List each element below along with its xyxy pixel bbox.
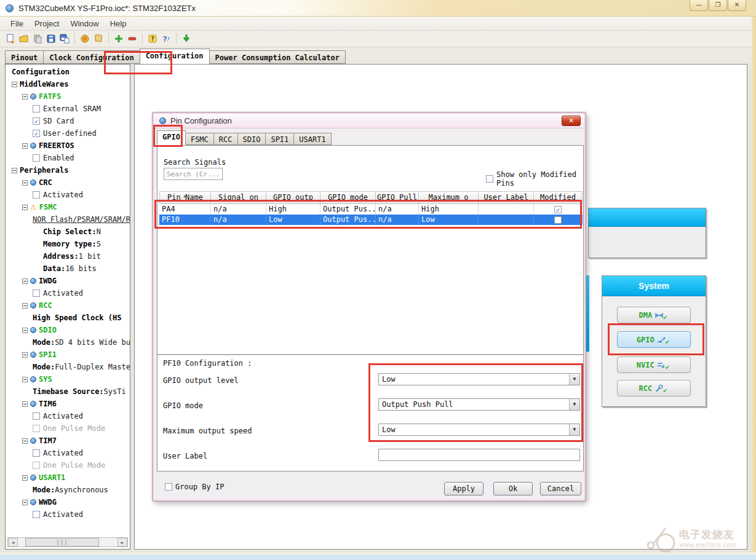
tree-item-user-defined[interactable]: ✓User-defined [6, 127, 130, 140]
expander-icon[interactable] [12, 168, 17, 173]
new-file-icon[interactable]: ✱ [4, 33, 17, 45]
column-header-modified[interactable]: Modified [534, 191, 583, 204]
expander-icon[interactable] [22, 401, 28, 407]
chevron-down-icon[interactable]: ▼ [569, 424, 579, 435]
tree-horizontal-scrollbar[interactable]: ◄ ||| ► [7, 537, 128, 547]
tree-item-tim6[interactable]: TIM6 [6, 398, 130, 410]
tree-item-memory-type[interactable]: Memory type:S [6, 238, 130, 250]
checkbox-icon[interactable] [33, 191, 40, 199]
context-help-icon[interactable]: ? [159, 33, 173, 45]
chip-icon[interactable] [78, 33, 92, 45]
menu-window[interactable]: Window [65, 18, 104, 30]
modified-checkbox[interactable] [554, 216, 562, 224]
tree-item-mode[interactable]: Mode:SD 4 bits Wide bu [6, 336, 130, 349]
chevron-down-icon[interactable]: ▼ [569, 399, 579, 410]
dialog-tab-spi1[interactable]: SPI1 [265, 133, 294, 145]
column-header-gpio-outp[interactable]: GPIO outp [266, 191, 320, 204]
dma-button[interactable]: DMA ✔ [617, 307, 691, 323]
tree-item-external-sram[interactable]: External SRAM [6, 103, 130, 115]
tree-item-one-pulse-mode[interactable]: One Pulse Mode [6, 422, 130, 435]
splitter[interactable] [157, 354, 583, 355]
maximum-output-speed-select[interactable]: Low ▼ [378, 424, 580, 436]
column-header-signal-on[interactable]: Signal on [211, 191, 266, 204]
expander-icon[interactable] [22, 438, 28, 444]
checkbox-icon[interactable] [33, 412, 40, 420]
menu-project[interactable]: Project [29, 18, 65, 30]
tree-item-wwdg[interactable]: WWDG [6, 496, 130, 508]
download-icon[interactable] [180, 33, 193, 45]
report-icon[interactable] [92, 33, 105, 45]
expander-icon[interactable] [22, 205, 28, 210]
expander-icon[interactable] [22, 143, 28, 149]
save-all-icon[interactable] [58, 33, 71, 45]
menu-file[interactable]: File [5, 18, 29, 30]
maximize-button[interactable]: ❐ [709, 0, 727, 11]
tree-item-crc[interactable]: CRC [6, 176, 130, 189]
expander-icon[interactable] [22, 180, 28, 186]
expander-icon[interactable] [22, 352, 28, 358]
expander-icon[interactable] [22, 328, 28, 333]
tree-item-activated[interactable]: Activated [6, 508, 130, 521]
tree-item-peripherals[interactable]: Peripherals [6, 164, 130, 176]
table-row-pf10[interactable]: PF10n/aLowOutput Pus...n/aLow [159, 215, 583, 225]
minimize-button[interactable]: — [690, 0, 708, 11]
scrollbar-thumb[interactable]: ||| [25, 538, 99, 546]
tree-item-high-speed-clock-hs[interactable]: High Speed Clock (HS [6, 312, 130, 324]
modified-checkbox[interactable]: ✓ [554, 206, 562, 213]
tree-item-activated[interactable]: Activated [6, 447, 130, 459]
checkbox-icon[interactable] [33, 425, 40, 432]
checkbox-icon[interactable] [33, 105, 40, 112]
checkbox-icon[interactable] [33, 462, 40, 469]
expander-icon[interactable] [22, 377, 28, 382]
tree-item-activated[interactable]: Activated [6, 287, 130, 299]
tab-power-consumption-calculator[interactable]: Power Consumption Calculator [209, 50, 346, 64]
tree-item-sys[interactable]: SYS [6, 373, 130, 385]
column-header-user-label[interactable]: User Label [479, 191, 534, 204]
checkbox-icon[interactable] [33, 511, 40, 518]
tree-item-tim7[interactable]: TIM7 [6, 435, 130, 447]
tree-item-chip-select[interactable]: Chip Select:N [6, 226, 130, 238]
tree-item-activated[interactable]: Activated [6, 410, 130, 422]
gpio-button[interactable]: GPIO ✔ [617, 331, 691, 348]
tab-clock-configuration[interactable]: Clock Configuration [43, 50, 140, 64]
gpio-mode-select[interactable]: Output Push Pull ▼ [378, 398, 580, 411]
tree-item-rcc[interactable]: RCC [6, 299, 130, 312]
tree-item-sdio[interactable]: SDIO [6, 324, 130, 336]
expander-icon[interactable] [12, 82, 17, 87]
help-icon[interactable]: ? [146, 33, 159, 45]
checkbox-icon[interactable] [486, 175, 493, 183]
chevron-down-icon[interactable]: ▼ [569, 374, 579, 385]
dialog-tab-fsmc[interactable]: FSMC [185, 133, 214, 145]
column-header-gpio-mode[interactable]: GPIO mode [320, 191, 376, 204]
cancel-button[interactable]: Cancel [540, 482, 581, 495]
menu-help[interactable]: Help [105, 18, 132, 30]
tree-item-middlewares[interactable]: MiddleWares [6, 78, 130, 90]
tree-item-fatfs[interactable]: FATFS [6, 90, 130, 103]
copy-icon[interactable] [31, 33, 44, 45]
tree-item-freertos[interactable]: FREERTOS [6, 140, 130, 152]
remove-icon[interactable] [125, 33, 139, 45]
user-label-input[interactable] [378, 449, 580, 461]
tree-item-usart1[interactable]: USART1 [6, 471, 130, 484]
column-header-maximum-o[interactable]: Maximum o [419, 191, 479, 204]
dialog-tab-usart1[interactable]: USART1 [293, 133, 331, 145]
tab-configuration[interactable]: Configuration [140, 49, 210, 64]
tree-item-fsmc[interactable]: ⚠FSMC [6, 201, 130, 213]
expander-icon[interactable] [22, 278, 28, 284]
add-icon[interactable] [112, 33, 125, 45]
tree-item-iwdg[interactable]: IWDG [6, 275, 130, 287]
checkbox-icon[interactable] [165, 483, 172, 491]
dialog-tab-rcc[interactable]: RCC [213, 133, 238, 145]
tree-item-sd-card[interactable]: ✓SD Card [6, 115, 130, 127]
dialog-titlebar[interactable]: Pin Configuration ✕ [154, 114, 584, 128]
rcc-button[interactable]: RCC ✔ [617, 380, 691, 396]
tree-item-mode[interactable]: Mode:Full-Duplex Maste [6, 361, 130, 373]
tree-item-timebase-source[interactable]: Timebase Source:SysTi [6, 385, 130, 398]
checkbox-icon[interactable] [33, 154, 40, 162]
tree-item-one-pulse-mode[interactable]: One Pulse Mode [6, 459, 130, 471]
scroll-right-icon[interactable]: ► [117, 538, 127, 546]
column-header-gpio-pull[interactable]: GPIO Pull [376, 191, 419, 204]
scroll-left-icon[interactable]: ◄ [8, 538, 18, 546]
tree-item-data[interactable]: Data:16 bits [6, 262, 130, 275]
nvic-button[interactable]: NVIC ✔ [617, 357, 691, 373]
